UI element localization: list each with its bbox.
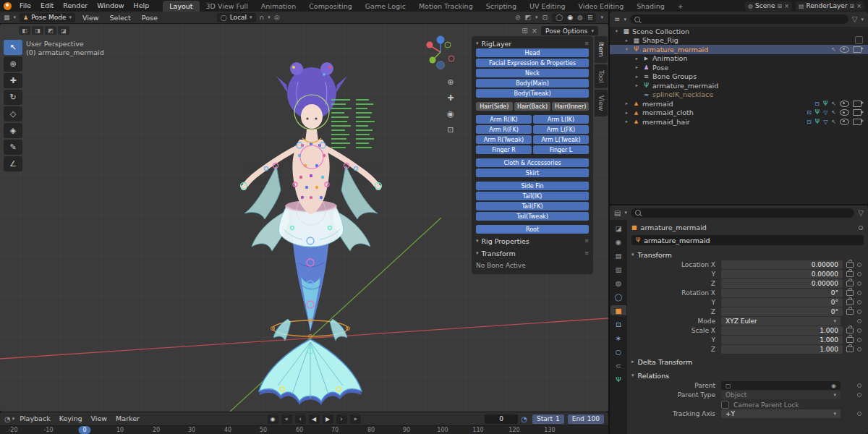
lock-icon[interactable] <box>846 346 854 352</box>
riglayer-cloth-button[interactable]: Cloth & Accessories <box>476 158 589 167</box>
tab-game-logic[interactable]: Game Logic <box>359 1 412 12</box>
tab-render[interactable] <box>610 237 626 247</box>
tab-world[interactable] <box>610 292 626 302</box>
outliner-row-armature-data[interactable]: armature_mermaid <box>610 81 868 90</box>
lock-icon[interactable] <box>846 290 854 296</box>
tab-layout[interactable]: Layout <box>163 1 199 12</box>
jump-to-start-button[interactable] <box>281 414 292 424</box>
render-visibility-icon[interactable] <box>853 109 861 116</box>
outliner-row-armature-mermaid[interactable]: armature_mermaid <box>610 45 868 54</box>
properties-search-input[interactable] <box>631 208 854 218</box>
scene-selector[interactable]: Scene <box>745 1 792 11</box>
camera-view-icon[interactable] <box>447 109 454 119</box>
tab-item[interactable]: Item <box>595 36 608 63</box>
rotation-mode-dropdown[interactable]: XYZ Euler <box>721 317 841 326</box>
timeline-editor-chevron-icon[interactable] <box>12 416 15 422</box>
tab-tool[interactable] <box>610 223 626 233</box>
eyedropper-icon[interactable] <box>831 383 836 389</box>
lock-icon[interactable] <box>846 271 854 277</box>
tab-object-data[interactable] <box>610 374 626 384</box>
rotate-tool[interactable] <box>4 90 22 105</box>
riglayer-hair-back-button[interactable]: Hair(Back) <box>514 102 551 111</box>
delta-transform-section-header[interactable]: Delta Transform <box>631 356 864 367</box>
expand-icon[interactable] <box>634 74 640 80</box>
riglayer-tail-tweak-button[interactable]: Tail(Tweak) <box>476 212 589 221</box>
riglayer-panel-header[interactable]: RigLayer <box>476 38 589 48</box>
riglayer-arm-r-fk-button[interactable]: Arm R(FK) <box>476 125 532 134</box>
next-keyframe-button[interactable] <box>336 414 347 424</box>
viewport-menu-view[interactable]: View <box>79 12 103 24</box>
expand-icon[interactable] <box>613 28 620 34</box>
expand-icon[interactable] <box>624 38 630 43</box>
panel-grip-icon[interactable] <box>584 41 589 46</box>
grid-options-icon[interactable] <box>522 27 527 35</box>
expand-icon[interactable] <box>634 56 640 61</box>
new-scene-icon[interactable] <box>777 3 782 9</box>
tab-tool[interactable]: Tool <box>595 64 608 88</box>
selectable-icon[interactable] <box>831 109 836 116</box>
riglayer-skirt-button[interactable]: Skirt <box>476 169 589 177</box>
tracking-axis-dropdown[interactable]: +Y <box>721 409 841 418</box>
selectable-icon[interactable] <box>831 119 836 125</box>
lock-icon[interactable] <box>846 309 854 315</box>
timeline-editor-icon[interactable] <box>4 415 11 423</box>
annotate-tool[interactable] <box>4 140 22 155</box>
outliner-row-bone-groups[interactable]: Bone Groups <box>610 72 868 82</box>
hide-eye-icon[interactable] <box>840 119 849 125</box>
expand-icon[interactable] <box>624 46 630 52</box>
riglayer-arm-l-ik-button[interactable]: Arm L(IK) <box>533 115 589 124</box>
rendered-shading-icon[interactable] <box>587 14 593 21</box>
unlink-scene-icon[interactable] <box>784 3 789 9</box>
playhead-badge[interactable]: 0 <box>78 426 90 434</box>
selectable-icon[interactable] <box>831 101 836 107</box>
tab-physics[interactable] <box>610 346 626 357</box>
lock-icon[interactable] <box>846 328 854 333</box>
riglayer-root-button[interactable]: Root <box>476 225 589 234</box>
outliner-editor-icon[interactable] <box>614 15 620 23</box>
proportional-edit-icon[interactable] <box>274 14 280 21</box>
select-mode-intersect-button[interactable] <box>58 26 69 35</box>
outliner-row-animation[interactable]: Animation <box>610 54 868 64</box>
timeline-menu-view[interactable]: View <box>88 413 111 425</box>
tab-output[interactable] <box>610 250 626 260</box>
riglayer-finger-r-button[interactable]: Finger R <box>476 145 532 154</box>
tab-animation[interactable]: Animation <box>255 1 302 12</box>
render-visibility-icon[interactable] <box>853 101 861 107</box>
menu-file[interactable]: File <box>15 0 35 12</box>
outliner-row-shape-rig[interactable]: Shape_Rig <box>610 36 868 46</box>
riglayer-body-tweak-button[interactable]: Body(Tweak) <box>476 89 589 98</box>
select-mode-set-button[interactable] <box>19 26 30 35</box>
measure-tool[interactable] <box>4 156 22 171</box>
scale-x-field[interactable]: 1.000 <box>721 326 843 335</box>
riglayer-side-fin-button[interactable]: Side Fin <box>476 182 589 190</box>
play-reverse-button[interactable] <box>309 414 320 424</box>
tab-uv-editing[interactable]: UV Editing <box>523 1 572 12</box>
expand-icon[interactable] <box>634 82 640 88</box>
expand-icon[interactable] <box>634 64 640 70</box>
timeline-menu-playback[interactable]: Playback <box>16 413 54 425</box>
zoom-icon[interactable] <box>447 77 454 87</box>
jump-to-end-button[interactable] <box>350 414 361 424</box>
camera-parent-lock-checkbox[interactable] <box>721 401 729 409</box>
parent-field[interactable] <box>721 381 841 390</box>
overlays-chevron-icon[interactable] <box>535 14 538 20</box>
snap-chevron-icon[interactable] <box>268 14 271 20</box>
riglayer-finger-l-button[interactable]: Finger L <box>533 145 589 154</box>
render-visibility-icon[interactable] <box>853 119 861 125</box>
shading-chevron-icon[interactable] <box>600 14 603 20</box>
lock-icon[interactable] <box>846 299 854 305</box>
overlays-icon[interactable] <box>525 14 532 21</box>
cursor-tool[interactable] <box>4 56 22 72</box>
move-tool[interactable] <box>4 73 22 88</box>
selectable-icon[interactable] <box>831 46 836 53</box>
view-layer-selector[interactable]: RenderLayer <box>796 1 864 11</box>
tab-modifiers[interactable] <box>610 319 626 329</box>
expand-icon[interactable] <box>624 110 630 116</box>
hide-eye-icon[interactable] <box>840 46 849 53</box>
riglayer-body-main-button[interactable]: Body(Main) <box>476 79 589 88</box>
orthographic-toggle-icon[interactable] <box>447 125 454 135</box>
frame-start-field[interactable]: Start 1 <box>532 414 564 424</box>
panel-grip-icon[interactable] <box>584 238 589 244</box>
properties-filter-icon[interactable] <box>858 209 864 217</box>
hide-eye-icon[interactable] <box>840 101 849 107</box>
